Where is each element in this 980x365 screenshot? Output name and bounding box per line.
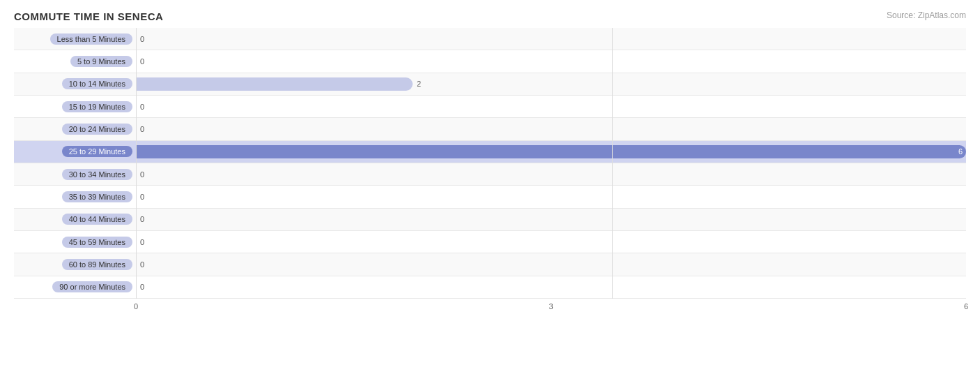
bar-label-pill: 15 to 19 Minutes [62, 101, 132, 112]
bar-value: 0 [140, 125, 144, 133]
bar-row: 20 to 24 Minutes0 [14, 118, 966, 140]
chart-source: Source: ZipAtlas.com [887, 10, 966, 20]
chart-area: Less than 5 Minutes05 to 9 Minutes010 to… [14, 28, 966, 320]
bar-label-pill: Less than 5 Minutes [50, 33, 132, 45]
bar-label: 15 to 19 Minutes [14, 101, 136, 112]
bar-label: 20 to 24 Minutes [14, 124, 136, 135]
bar-label-pill: 30 to 34 Minutes [62, 169, 132, 180]
bar-label: 60 to 89 Minutes [14, 259, 136, 270]
bar-label: 25 to 29 Minutes [14, 146, 136, 157]
bar-row: 60 to 89 Minutes0 [14, 253, 966, 276]
bar-value: 0 [140, 57, 144, 66]
bar-track: 0 [136, 276, 966, 298]
bar-label-pill: 5 to 9 Minutes [70, 56, 132, 67]
bar-value: 0 [140, 103, 144, 111]
bar-label-pill: 25 to 29 Minutes [62, 146, 132, 157]
bar-track: 0 [136, 50, 966, 72]
bar-row: 30 to 34 Minutes0 [14, 163, 966, 186]
bar-value: 0 [140, 35, 144, 43]
bar-fill [136, 145, 966, 158]
x-axis-tick: 6 [964, 302, 968, 311]
bar-label-pill: 60 to 89 Minutes [62, 259, 132, 270]
bar-row: 40 to 44 Minutes0 [14, 209, 966, 231]
bar-label: 40 to 44 Minutes [14, 214, 136, 225]
bar-track: 2 [136, 73, 966, 95]
bar-value: 0 [140, 193, 144, 201]
bar-row: 25 to 29 Minutes6 [14, 141, 966, 163]
bar-row: Less than 5 Minutes0 [14, 28, 966, 50]
bar-track: 0 [136, 231, 966, 253]
bar-value: 0 [140, 283, 144, 291]
bar-label-pill: 10 to 14 Minutes [62, 78, 132, 89]
bar-track: 0 [136, 209, 966, 230]
bar-track: 0 [136, 96, 966, 117]
bar-track: 0 [136, 118, 966, 140]
bar-label: 90 or more Minutes [14, 281, 136, 292]
bar-row: 15 to 19 Minutes0 [14, 96, 966, 118]
bar-label: 35 to 39 Minutes [14, 191, 136, 202]
bar-label: Less than 5 Minutes [14, 33, 136, 45]
bar-value: 0 [140, 260, 144, 269]
chart-container: COMMUTE TIME IN SENECA Source: ZipAtlas.… [0, 0, 980, 365]
bar-track: 6 [136, 141, 966, 163]
bar-row: 35 to 39 Minutes0 [14, 186, 966, 208]
bar-value: 0 [140, 238, 144, 246]
bar-track: 0 [136, 28, 966, 50]
bar-label-pill: 45 to 59 Minutes [62, 237, 132, 248]
bar-label: 10 to 14 Minutes [14, 78, 136, 89]
bar-row: 45 to 59 Minutes0 [14, 231, 966, 253]
bar-label: 5 to 9 Minutes [14, 56, 136, 67]
bar-value: 6 [958, 147, 963, 156]
bar-label-pill: 40 to 44 Minutes [62, 214, 132, 225]
bar-label-pill: 90 or more Minutes [52, 281, 132, 292]
bar-track: 0 [136, 253, 966, 275]
bars-area: Less than 5 Minutes05 to 9 Minutes010 to… [14, 28, 966, 299]
bar-value: 2 [417, 80, 421, 88]
bar-value: 0 [140, 170, 144, 179]
x-axis-tick: 0 [134, 302, 138, 311]
bar-fill [136, 77, 413, 91]
bar-label-pill: 35 to 39 Minutes [62, 191, 132, 202]
bar-label: 45 to 59 Minutes [14, 237, 136, 248]
grid-line [612, 28, 613, 299]
grid-line [136, 28, 137, 299]
bar-row: 10 to 14 Minutes2 [14, 73, 966, 96]
x-axis-tick: 3 [549, 302, 553, 311]
bar-row: 5 to 9 Minutes0 [14, 50, 966, 73]
bar-label: 30 to 34 Minutes [14, 169, 136, 180]
chart-title: COMMUTE TIME IN SENECA [14, 10, 966, 22]
bar-label-pill: 20 to 24 Minutes [62, 124, 132, 135]
bar-track: 0 [136, 186, 966, 207]
bar-row: 90 or more Minutes0 [14, 276, 966, 299]
x-axis: 036 [136, 299, 966, 320]
bar-value: 0 [140, 215, 144, 223]
bar-track: 0 [136, 163, 966, 185]
